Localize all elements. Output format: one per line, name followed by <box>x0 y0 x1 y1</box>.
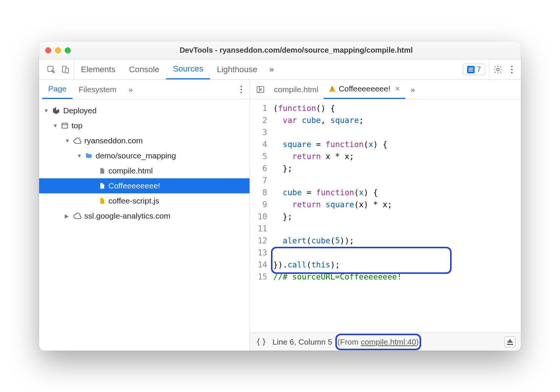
close-window-button[interactable] <box>45 47 51 53</box>
cube-icon <box>52 106 60 115</box>
file-tree: ▼ Deployed ▼ top ▼ ryanseddon.com ▼ <box>39 99 250 351</box>
tree-label: ssl.google-analytics.com <box>84 211 170 220</box>
titlebar: DevTools - ryanseddon.com/demo/source_ma… <box>39 41 521 59</box>
editor-tab-coffee[interactable]: Coffeeeeeeee! ✕ <box>324 80 405 99</box>
tree-label: top <box>72 121 82 130</box>
annotation-highlight-sourceurl <box>271 247 452 274</box>
code-editor[interactable]: 123456789101112131415 (function() { var … <box>250 99 521 333</box>
tree-label: ryanseddon.com <box>84 136 143 145</box>
tree-label: Deployed <box>63 106 97 115</box>
tree-node-top[interactable]: ▼ top <box>39 118 250 133</box>
cloud-icon <box>73 212 81 220</box>
tree-label: coffee-script.js <box>108 196 159 205</box>
navigator-toggle-icon[interactable] <box>252 80 269 99</box>
svg-rect-2 <box>65 68 68 73</box>
device-toolbar-icon[interactable] <box>61 65 70 74</box>
tab-lighthouse[interactable]: Lighthouse <box>210 59 264 79</box>
tree-label: demo/source_mapping <box>96 151 176 160</box>
tree-file-compile[interactable]: compile.html <box>39 163 250 178</box>
zoom-window-button[interactable] <box>65 47 71 53</box>
sidebar-tab-page[interactable]: Page <box>42 80 73 99</box>
cloud-icon <box>73 137 81 145</box>
navigator-sidebar: Page Filesystem » ▼ Deployed ▼ top ▼ <box>39 80 250 351</box>
js-file-icon <box>99 197 105 205</box>
tab-elements[interactable]: Elements <box>74 59 122 79</box>
window-title: DevTools - ryanseddon.com/demo/source_ma… <box>78 46 515 55</box>
editor-more-tabs[interactable]: » <box>405 80 420 99</box>
issues-badge[interactable]: 7 <box>463 64 485 75</box>
tree-label: Coffeeeeeeee! <box>108 181 160 190</box>
tree-node-folder[interactable]: ▼ demo/source_mapping <box>39 148 250 163</box>
folder-icon <box>85 152 93 160</box>
devtools-window: DevTools - ryanseddon.com/demo/source_ma… <box>39 41 521 351</box>
status-bar: Line 6, Column 5 (From compile.html:40) <box>250 333 521 351</box>
sidebar-kebab-button[interactable] <box>236 80 247 99</box>
tree-file-coffee-sourceurl[interactable]: Coffeeeeeeee! <box>39 178 250 193</box>
settings-icon[interactable] <box>493 65 503 74</box>
svg-point-3 <box>497 68 499 71</box>
source-origin[interactable]: (From compile.html:40) <box>338 337 419 346</box>
tree-node-analytics[interactable]: ▶ ssl.google-analytics.com <box>39 208 250 223</box>
cursor-position: Line 6, Column 5 <box>272 337 332 346</box>
tab-console[interactable]: Console <box>122 59 166 79</box>
svg-rect-4 <box>62 123 68 128</box>
annotation-highlight-from <box>335 334 421 350</box>
show-drawer-button[interactable] <box>504 336 516 348</box>
tab-sources[interactable]: Sources <box>166 59 210 79</box>
file-icon <box>99 167 105 175</box>
editor-pane: compile.html Coffeeeeeeee! ✕ » 123456789… <box>250 80 521 351</box>
frame-icon <box>61 122 68 129</box>
kebab-menu-button[interactable] <box>507 59 517 79</box>
editor-tab-compile[interactable]: compile.html <box>269 80 324 99</box>
more-tabs-button[interactable]: » <box>264 59 279 79</box>
inspect-icon[interactable] <box>47 65 56 74</box>
close-tab-button[interactable]: ✕ <box>395 85 400 93</box>
sidebar-tab-filesystem[interactable]: Filesystem <box>73 80 122 99</box>
warning-icon <box>329 86 336 92</box>
line-gutter: 123456789101112131415 <box>250 99 271 333</box>
code-content: (function() { var cube, square; square =… <box>271 99 405 333</box>
tree-node-domain[interactable]: ▼ ryanseddon.com <box>39 133 250 148</box>
window-controls <box>45 47 71 53</box>
tree-label: compile.html <box>108 166 153 175</box>
issues-count: 7 <box>477 65 481 74</box>
pretty-print-button[interactable] <box>255 336 267 348</box>
main-toolbar: Elements Console Sources Lighthouse » 7 <box>39 59 521 80</box>
tree-node-deployed[interactable]: ▼ Deployed <box>39 103 250 118</box>
minimize-window-button[interactable] <box>55 47 61 53</box>
file-icon <box>99 182 105 190</box>
issues-icon <box>467 66 475 73</box>
sidebar-more-tabs[interactable]: » <box>122 80 139 99</box>
tree-file-coffeescript-js[interactable]: coffee-script.js <box>39 193 250 208</box>
